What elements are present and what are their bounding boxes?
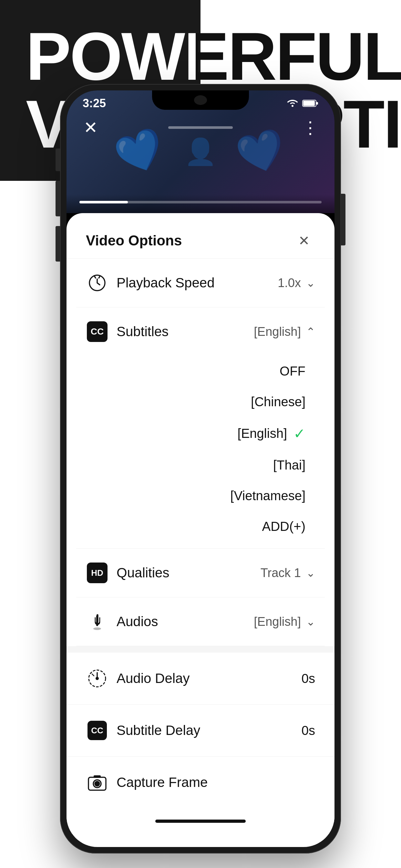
svg-point-9: [95, 781, 99, 786]
qualities-row[interactable]: HD Qualities Track 1 ⌄: [76, 549, 325, 597]
playback-speed-section: Playback Speed 1.0x ⌄: [76, 259, 325, 307]
subtitles-icon: CC: [86, 320, 109, 343]
close-icon: ✕: [298, 233, 310, 249]
qualities-section: HD Qualities Track 1 ⌄: [76, 549, 325, 597]
svg-rect-2: [316, 102, 318, 104]
subtitle-cc-icon: CC: [91, 725, 103, 736]
audio-delay-value: 0s: [302, 671, 315, 686]
status-time: 3:25: [83, 97, 106, 110]
phone-screen: 3:25: [66, 90, 335, 847]
home-indicator: [66, 808, 335, 834]
progress-fill: [80, 201, 128, 204]
modal-header: Video Options ✕: [66, 213, 335, 259]
qualities-value: Track 1: [260, 566, 301, 580]
audios-section: Audios [English] ⌄: [76, 597, 325, 646]
qualities-label: Qualities: [117, 565, 260, 581]
svg-rect-10: [94, 775, 101, 778]
subtitle-delay-cc-box: CC: [88, 721, 107, 740]
video-controls-bar: [66, 194, 335, 213]
subtitle-add-label: ADD(+): [262, 519, 305, 534]
capture-frame-label: Capture Frame: [117, 775, 315, 790]
progress-bar[interactable]: [80, 201, 321, 204]
subtitle-delay-icon: CC: [86, 719, 109, 742]
subtitles-row[interactable]: CC Subtitles [English] ⌃: [76, 307, 325, 356]
subtitle-option-vietnamese[interactable]: [Vietnamese]: [86, 480, 315, 511]
audios-label: Audios: [117, 614, 254, 629]
audios-chevron: ⌄: [306, 615, 315, 628]
svg-point-6: [96, 677, 99, 680]
side-button-mute: [56, 149, 60, 171]
side-button-power: [341, 194, 345, 245]
svg-rect-1: [303, 101, 315, 106]
playback-speed-value: 1.0x: [278, 276, 301, 290]
cc-icon-box: CC: [87, 321, 107, 342]
wifi-icon: [287, 98, 298, 109]
hd-icon: HD: [91, 568, 103, 578]
audio-delay-label: Audio Delay: [117, 671, 302, 686]
hero-line1: POWERFUL: [26, 23, 401, 90]
qualities-icon: HD: [86, 562, 109, 584]
side-button-vol-up: [56, 181, 60, 216]
modal-close-button[interactable]: ✕: [292, 229, 315, 252]
subtitles-section: CC Subtitles [English] ⌃ OFF [Chines: [76, 307, 325, 549]
playback-speed-label: Playback Speed: [117, 275, 278, 290]
phone-wrapper: 3:25: [60, 84, 341, 854]
subtitles-value: [English]: [254, 325, 301, 339]
audios-value: [English]: [254, 615, 301, 629]
audios-icon: [86, 610, 109, 633]
phone-shell: 3:25: [60, 84, 341, 854]
video-more-button[interactable]: ⋮: [299, 116, 321, 139]
progress-track: [80, 201, 321, 204]
status-icons: [287, 98, 318, 109]
qualities-chevron: ⌄: [306, 566, 315, 579]
audio-delay-icon: [86, 667, 109, 690]
capture-frame-row[interactable]: Capture Frame: [66, 756, 335, 808]
subtitles-label: Subtitles: [117, 324, 254, 339]
subtitle-option-thai[interactable]: [Thai]: [86, 450, 315, 480]
side-button-vol-down: [56, 226, 60, 261]
capture-frame-icon: [86, 771, 109, 794]
subtitle-thai-label: [Thai]: [273, 458, 305, 472]
subtitle-vietnamese-label: [Vietnamese]: [230, 489, 305, 503]
subtitle-option-off[interactable]: OFF: [86, 356, 315, 386]
subtitle-delay-label: Subtitle Delay: [117, 723, 302, 738]
hd-icon-box: HD: [87, 562, 107, 583]
cc-icon: CC: [91, 327, 104, 337]
svg-point-4: [93, 627, 101, 630]
subtitle-off-label: OFF: [280, 364, 305, 378]
audio-delay-row[interactable]: Audio Delay 0s: [66, 653, 335, 705]
subtitles-dropdown: OFF [Chinese] [English] ✓ [Thai]: [76, 356, 325, 548]
playback-speed-chevron: ⌄: [306, 276, 315, 289]
subtitle-option-chinese[interactable]: [Chinese]: [86, 386, 315, 417]
subtitle-english-label: [English]: [238, 426, 287, 441]
progress-indicator-top: [168, 126, 233, 129]
modal-title: Video Options: [86, 232, 182, 249]
playback-speed-icon: [86, 272, 109, 294]
battery-icon: [302, 99, 318, 107]
subtitle-delay-row[interactable]: CC Subtitle Delay 0s: [66, 705, 335, 756]
home-bar: [155, 819, 246, 823]
subtitle-option-add[interactable]: ADD(+): [86, 511, 315, 542]
section-divider: [66, 646, 335, 653]
subtitle-option-english[interactable]: [English] ✓: [86, 417, 315, 450]
video-top-controls: ✕ ⋮: [66, 116, 335, 139]
subtitle-chinese-label: [Chinese]: [251, 395, 305, 409]
modal-sheet: Video Options ✕: [66, 213, 335, 847]
subtitle-delay-value: 0s: [302, 723, 315, 738]
subtitle-english-checkmark: ✓: [294, 425, 305, 442]
subtitles-chevron: ⌃: [306, 325, 315, 338]
notch: [152, 90, 249, 110]
audios-row[interactable]: Audios [English] ⌄: [76, 597, 325, 646]
video-close-button[interactable]: ✕: [80, 116, 102, 139]
playback-speed-row[interactable]: Playback Speed 1.0x ⌄: [76, 259, 325, 307]
